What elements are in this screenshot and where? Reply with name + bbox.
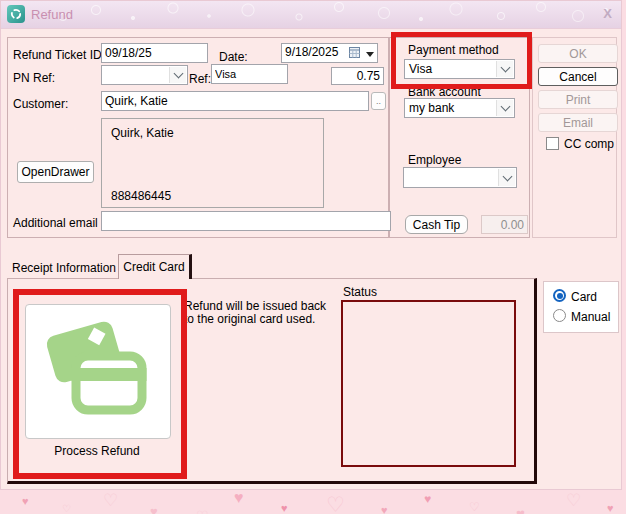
payment-method-value: Visa (409, 62, 432, 76)
heart-icon: ♡ (196, 509, 209, 514)
cash-tip-amount (481, 215, 528, 234)
refund-app-icon (7, 5, 25, 23)
refund-info-line2: to the original card used. (184, 313, 326, 326)
chevron-down-icon[interactable] (498, 169, 515, 186)
date-picker[interactable]: 9/18/2025 (281, 43, 378, 63)
bank-account-value: my bank (409, 101, 454, 115)
heart-icon: ♥ (234, 490, 244, 506)
customer-detail-number: 888486445 (111, 189, 171, 203)
ellipsis-label: .. (376, 96, 381, 106)
heart-icon: ♥ (424, 493, 431, 505)
chevron-down-icon[interactable] (496, 61, 513, 77)
customer-input[interactable] (101, 91, 369, 111)
process-refund-label: Process Refund (25, 444, 169, 458)
cash-tip-label: Cash Tip (413, 218, 460, 232)
amount-input[interactable] (331, 67, 384, 85)
ref-input[interactable] (211, 64, 288, 84)
print-button[interactable]: Print (538, 90, 618, 109)
pn-ref-combo[interactable] (101, 65, 188, 85)
date-value: 9/18/2025 (285, 45, 338, 59)
manual-radio[interactable] (553, 309, 566, 322)
tab-credit-card[interactable]: Credit Card (118, 254, 192, 279)
employee-combo[interactable] (403, 167, 517, 188)
ref-label: Ref: (189, 72, 211, 86)
tab-receipt-information[interactable]: Receipt Information (9, 257, 119, 278)
ok-label: OK (569, 47, 586, 61)
refund-ticket-id-input[interactable] (101, 43, 208, 63)
ok-button[interactable]: OK (538, 44, 618, 63)
payment-method-label: Payment method (408, 43, 499, 57)
cc-comp-checkbox[interactable] (546, 137, 559, 150)
email-label: Email (563, 116, 593, 130)
heart-icon: ♡ (566, 492, 581, 509)
tab-label: Credit Card (123, 260, 184, 274)
customer-detail-box: Quirk, Katie 888486445 (101, 118, 324, 208)
card-manual-panel: Card Manual (543, 281, 619, 333)
heart-icon: ♥ (607, 503, 614, 514)
close-icon[interactable]: X (603, 6, 612, 21)
bank-account-combo[interactable]: my bank (404, 98, 515, 118)
window-title: Refund (31, 7, 73, 22)
chevron-down-icon[interactable] (496, 100, 513, 116)
customer-label: Customer: (13, 97, 68, 111)
tab-label: Receipt Information (12, 261, 116, 275)
chevron-down-icon[interactable] (169, 67, 186, 83)
calendar-icon (349, 47, 360, 61)
heart-icon: ♥ (22, 496, 29, 507)
additional-email-input[interactable] (101, 211, 391, 231)
customer-detail-name: Quirk, Katie (111, 126, 174, 140)
card-radio[interactable] (553, 289, 566, 302)
credit-card-icon (42, 318, 154, 425)
manual-radio-label: Manual (571, 310, 610, 324)
cancel-button[interactable]: Cancel (538, 67, 618, 86)
heart-icon: ♡ (469, 501, 480, 513)
chevron-down-icon[interactable] (366, 52, 374, 57)
refund-ticket-id-label: Refund Ticket ID: (13, 48, 105, 62)
print-label: Print (566, 93, 591, 107)
status-box (341, 300, 516, 467)
heart-icon: ♡ (103, 492, 118, 509)
customer-browse-button[interactable]: .. (371, 92, 386, 110)
cc-comp-label: CC comp (564, 137, 614, 151)
heart-icon: ♥ (281, 503, 288, 514)
card-radio-label: Card (571, 290, 597, 304)
email-button[interactable]: Email (538, 113, 618, 132)
process-refund-button[interactable] (25, 304, 171, 439)
title-bar[interactable]: Refund X (1, 1, 621, 29)
refund-dialog: Refund X Refund Ticket ID: Date: 9/18/20… (0, 0, 622, 490)
payment-method-combo[interactable]: Visa (404, 59, 515, 79)
additional-email-label: Additional email (13, 216, 98, 230)
date-label: Date: (219, 50, 248, 64)
heart-icon: ♡ (326, 494, 345, 514)
open-drawer-button[interactable]: OpenDrawer (17, 161, 94, 183)
pn-ref-label: PN Ref: (13, 71, 55, 85)
heart-icon: ♥ (150, 505, 158, 514)
heart-icon: ♥ (516, 506, 525, 514)
cancel-label: Cancel (559, 70, 596, 84)
heart-icon: ♥ (381, 505, 388, 514)
cash-tip-button[interactable]: Cash Tip (405, 215, 468, 234)
status-label: Status (343, 285, 377, 299)
heart-icon: ♡ (62, 504, 71, 514)
employee-label: Employee (408, 153, 461, 167)
refund-info-text: Refund will be issued back to the origin… (184, 300, 326, 326)
open-drawer-label: OpenDrawer (21, 165, 89, 179)
bank-account-label: Bank account (408, 85, 481, 99)
